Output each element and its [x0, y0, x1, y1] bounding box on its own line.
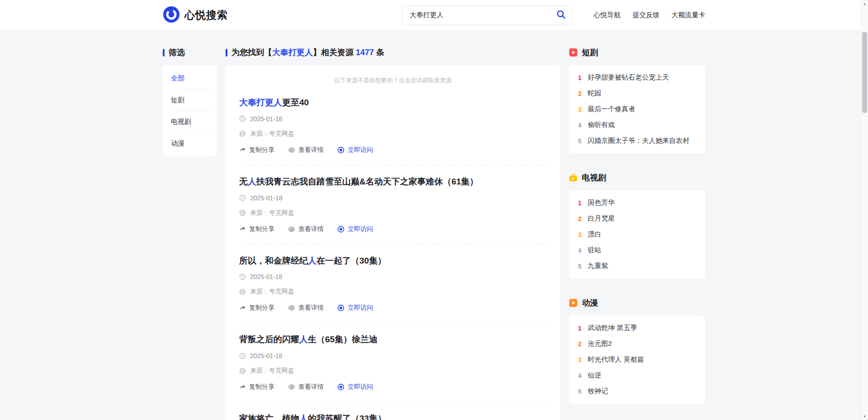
section-anime: 动漫 1武动乾坤 第五季 2沧元图2 3时光代理人 英都篇 4仙逆 5牧神记 [569, 297, 705, 404]
keyword-highlight: 大奉打更人 [239, 98, 282, 107]
visit-now-button[interactable]: 立即访问 [337, 146, 373, 154]
top-nav: 心悦导航 提交反馈 大额流量卡 [594, 11, 705, 19]
rank-item[interactable]: 1好孕甜妻被钻石老公宠上天 [577, 70, 697, 85]
header: 心悦搜索 心悦导航 提交反馈 大额流量卡 [0, 0, 868, 31]
nav-link-xinyue-nav[interactable]: 心悦导航 [594, 11, 621, 19]
result-actions: 复制分享 查看详情 立即访问 [239, 146, 547, 154]
filter-sidebar: 筛选 全部 短剧 电视剧 动漫 [163, 47, 217, 156]
logo-icon [163, 6, 180, 25]
result-actions: 复制分享 查看详情 立即访问 [239, 304, 547, 312]
keyword-highlight: 人 [308, 256, 316, 265]
rank-item[interactable]: 3漂白 [577, 227, 697, 242]
rank-item[interactable]: 4偷听有戏 [577, 117, 697, 133]
share-icon [239, 146, 246, 153]
visit-now-button[interactable]: 立即访问 [337, 225, 373, 233]
rank-item[interactable]: 2蛇园 [577, 85, 697, 101]
share-icon [239, 384, 246, 391]
copy-share-button[interactable]: 复制分享 [239, 225, 274, 233]
result-item: 大奉打更人更至40 2025-01-18 来源：夸克网盘 复制分享 [239, 86, 547, 165]
search-input[interactable] [402, 6, 572, 25]
section-title-text: 电视剧 [582, 172, 606, 183]
clock-icon [239, 194, 246, 201]
view-detail-button[interactable]: 查看详情 [288, 225, 324, 233]
visit-now-button[interactable]: 立即访问 [337, 383, 373, 391]
result-title[interactable]: 家族将亡，植物人的我苏醒了（33集） [239, 413, 547, 420]
view-detail-button[interactable]: 查看详情 [288, 383, 324, 391]
visit-now-button[interactable]: 立即访问 [337, 304, 373, 312]
copy-share-button[interactable]: 复制分享 [239, 304, 274, 312]
tv-icon [569, 173, 578, 182]
search-box [402, 6, 572, 25]
scrollbar[interactable]: ▲ ▼ [861, 0, 868, 420]
rank-item[interactable]: 4仙逆 [577, 368, 697, 383]
result-title[interactable]: 背叛之后的闪耀人生（65集）徐兰迪 [239, 334, 547, 345]
target-icon [337, 383, 344, 391]
rank-item[interactable]: 1国色芳华 [577, 195, 697, 211]
keyword-highlight: 人 [248, 177, 256, 186]
filter-item-all[interactable]: 全部 [170, 68, 210, 90]
rank-item[interactable]: 5闪婚京圈太子爷：夫人她来自农村 [577, 133, 697, 149]
nav-link-feedback[interactable]: 提交反馈 [632, 11, 660, 19]
filter-title-text: 筛选 [169, 47, 185, 58]
scroll-down-arrow[interactable]: ▼ [861, 413, 868, 420]
results-main: 为您找到【大奉打更人】相关资源 1477 条 以下资源不是你想要的？点击尝试获取… [226, 47, 560, 420]
rank-item[interactable]: 5牧神记 [577, 383, 697, 399]
section-title-text: 动漫 [582, 297, 598, 308]
result-source: 来源：夸克网盘 [239, 367, 547, 375]
accent-bar [163, 49, 165, 57]
globe-icon [239, 288, 246, 295]
results-summary: 为您找到【大奉打更人】相关资源 1477 条 [226, 47, 560, 58]
keyword-highlight: 人 [299, 414, 308, 420]
view-detail-button[interactable]: 查看详情 [288, 146, 324, 154]
rank-item[interactable]: 1武动乾坤 第五季 [577, 320, 697, 336]
view-detail-button[interactable]: 查看详情 [288, 304, 324, 312]
clock-icon [239, 353, 246, 359]
scroll-up-arrow[interactable]: ▲ [861, 0, 868, 7]
nav-link-data-card[interactable]: 大额流量卡 [671, 11, 705, 19]
summary-count: 1477 [356, 48, 374, 57]
anime-play-icon [569, 298, 578, 307]
results-card: 以下资源不是你想要的？点击尝试获取新资源 大奉打更人更至40 2025-01-1… [226, 66, 560, 420]
rank-item[interactable]: 2白月梵星 [577, 211, 697, 227]
eye-icon [288, 304, 295, 311]
refresh-resources-link[interactable]: 以下资源不是你想要的？点击尝试获取新资源 [239, 66, 547, 86]
result-item: 无人扶我青云志我自踏雪至山巅&名动天下之家事难休（61集） 2025-01-18… [239, 165, 547, 245]
target-icon [337, 146, 344, 154]
ranking-sidebar: 短剧 1好孕甜妻被钻石老公宠上天 2蛇园 3最后一个修真者 4偷听有戏 5闪婚京… [569, 47, 705, 420]
section-title: 短剧 [569, 47, 705, 58]
rank-item[interactable]: 2沧元图2 [577, 336, 697, 352]
section-title: 电视剧 [569, 172, 705, 183]
result-date: 2025-01-18 [239, 352, 547, 359]
result-title[interactable]: 大奉打更人更至40 [239, 97, 547, 108]
ranking-card: 1好孕甜妻被钻石老公宠上天 2蛇园 3最后一个修真者 4偷听有戏 5闪婚京圈太子… [569, 65, 705, 153]
search-button[interactable] [553, 8, 569, 23]
result-item: 所以，和金牌经纪人在一起了（30集） 2025-01-18 来源：夸克网盘 复制… [239, 245, 547, 324]
copy-share-button[interactable]: 复制分享 [239, 383, 274, 391]
rank-item[interactable]: 5九重紫 [577, 258, 697, 274]
result-source: 来源：夸克网盘 [239, 130, 547, 138]
clock-icon [239, 274, 246, 280]
rank-item[interactable]: 4驻站 [577, 242, 697, 258]
result-actions: 复制分享 查看详情 立即访问 [239, 225, 547, 233]
eye-icon [288, 383, 295, 391]
filter-item-tvseries[interactable]: 电视剧 [170, 111, 210, 133]
share-icon [239, 226, 246, 232]
rank-item[interactable]: 3时光代理人 英都篇 [577, 352, 697, 368]
result-title[interactable]: 所以，和金牌经纪人在一起了（30集） [239, 255, 547, 266]
keyword-highlight: 人 [299, 335, 308, 344]
logo[interactable]: 心悦搜索 [163, 6, 228, 25]
search-icon [556, 9, 566, 21]
rank-item[interactable]: 3最后一个修真者 [577, 101, 697, 117]
section-title-text: 短剧 [582, 47, 598, 58]
result-date: 2025-01-18 [239, 194, 547, 202]
result-title[interactable]: 无人扶我青云志我自踏雪至山巅&名动天下之家事难休（61集） [239, 176, 547, 187]
result-source: 来源：夸克网盘 [239, 209, 547, 217]
summary-keyword: 大奉打更人 [272, 48, 313, 57]
copy-share-button[interactable]: 复制分享 [239, 146, 274, 154]
eye-icon [288, 146, 295, 154]
results-summary-text: 为您找到【大奉打更人】相关资源 1477 条 [231, 47, 384, 58]
scroll-thumb[interactable] [862, 32, 867, 113]
section-title: 动漫 [569, 297, 705, 308]
filter-item-shortdrama[interactable]: 短剧 [170, 90, 210, 111]
filter-item-anime[interactable]: 动漫 [170, 133, 210, 154]
